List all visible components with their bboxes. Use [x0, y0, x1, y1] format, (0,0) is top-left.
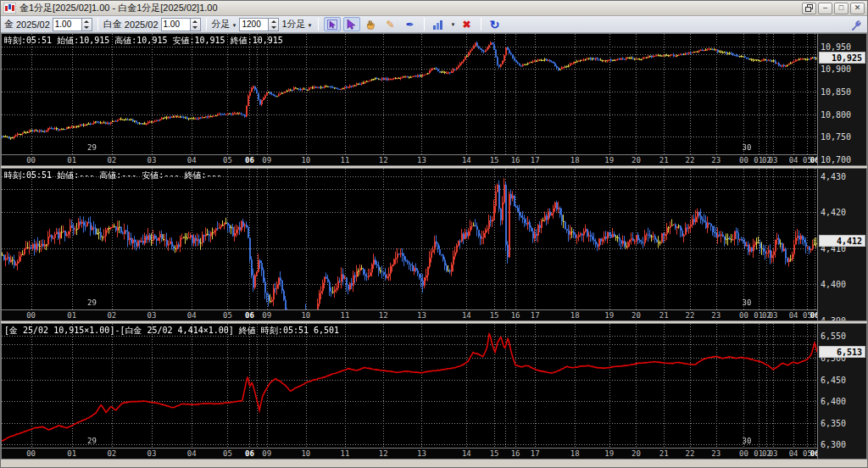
time-tick-label: 02: [107, 155, 116, 166]
time-tick-label: 04: [187, 448, 197, 460]
time-tick-label: 22: [686, 310, 695, 321]
layered-windows-button[interactable]: [802, 3, 816, 14]
time-tick-label: 05: [223, 448, 232, 460]
timeframe-dropdown[interactable]: 分足▼: [212, 18, 237, 31]
title-bar[interactable]: 金1分足[2025/02]1.00 - 白金1分足[2025/02]1.00 –…: [1, 1, 867, 16]
price-scale-label: 10,700: [821, 155, 851, 164]
price-scale-label: 10,850: [821, 87, 851, 97]
gold-multiplier-stepper[interactable]: [81, 18, 92, 31]
select-region-icon[interactable]: [324, 17, 341, 31]
time-tick-label: 10: [301, 310, 310, 321]
current-price-badge: 6,513: [819, 346, 865, 358]
platinum-symbol-label: 白金: [103, 18, 122, 31]
time-tick-label: 17: [531, 310, 540, 321]
annotate-pen-icon[interactable]: ✒: [402, 17, 419, 31]
time-tick-label: 14: [462, 310, 471, 321]
time-tick-label: 05: [223, 310, 232, 321]
date-label: 29: [87, 437, 97, 445]
time-tick-label: 13: [417, 448, 426, 460]
chart-type-icon[interactable]: [430, 17, 447, 31]
time-tick-label: 19: [604, 310, 614, 321]
clear-drawings-icon[interactable]: ✖: [459, 17, 476, 31]
gold-multiplier-input[interactable]: [53, 18, 81, 31]
price-scale-label: 6,550: [821, 332, 846, 341]
time-tick-label: 04: [789, 155, 798, 166]
gold-time-axis: 0001020304050609101112131415161718192021…: [1, 155, 818, 166]
time-tick-label: 01: [67, 448, 76, 460]
minimize-button[interactable]: –: [818, 3, 832, 14]
time-tick-label: 18: [570, 310, 580, 321]
platinum-plot-area[interactable]: 時刻:05:51 始値:--- 高値:--- 安値:--- 終値:--- 293…: [1, 168, 818, 310]
time-tick-label: 01: [67, 155, 76, 166]
spread-plot-area[interactable]: [金 25/02 10,915×1.00]-[白金 25/02 4,414×1.…: [1, 323, 818, 448]
price-scale-label: 10,950: [821, 42, 851, 52]
time-tick-label: 04: [789, 448, 798, 460]
pencil-icon[interactable]: ✎: [382, 17, 399, 31]
time-tick-label: 06: [810, 155, 818, 166]
time-tick-label: 15: [490, 310, 499, 321]
toolbar-separator: [97, 18, 98, 31]
time-tick-label: 18: [570, 155, 580, 166]
price-scale-label: 10,750: [821, 132, 851, 142]
time-tick-label: 10: [301, 155, 310, 166]
close-button[interactable]: ✕: [850, 3, 865, 14]
time-tick-label: 06: [245, 310, 254, 321]
toolbar-separator: [206, 18, 207, 31]
time-tick-label: 14: [462, 448, 471, 460]
time-tick-label: 20: [632, 310, 641, 321]
time-tick-label: 18: [570, 448, 580, 460]
time-tick-label: 05: [223, 155, 232, 166]
time-tick-label: 06: [810, 310, 818, 321]
toolbar: 金 2025/02 白金 2025/02 分足▼ 1分足▼ ✎ ✒: [1, 16, 867, 33]
chevron-down-icon: ▼: [232, 23, 237, 28]
gold-candlestick-canvas[interactable]: [2, 34, 817, 154]
time-tick-label: 12: [379, 448, 388, 460]
pointer-icon[interactable]: [343, 17, 360, 31]
price-scale-label: 10,900: [821, 64, 851, 74]
time-tick-label: 03: [147, 448, 157, 460]
time-tick-label: 22: [686, 155, 695, 166]
time-tick-label: 23: [711, 448, 721, 460]
platinum-multiplier-input[interactable]: [161, 18, 190, 31]
time-tick-label: 16: [511, 448, 520, 460]
time-tick-label: 21: [659, 155, 669, 166]
time-tick-label: 15: [490, 448, 499, 460]
time-tick-label: 21: [659, 448, 669, 460]
spread-line-canvas[interactable]: [2, 324, 817, 448]
refresh-icon[interactable]: ↻: [487, 17, 504, 31]
app-candlestick-icon: [3, 3, 16, 14]
interval-dropdown[interactable]: 1分足▼: [281, 18, 312, 31]
time-tick-label: 00: [26, 155, 36, 166]
platinum-multiplier-stepper[interactable]: [190, 18, 201, 31]
time-tick-label: 17: [531, 155, 540, 166]
platinum-chart-panel: 時刻:05:51 始値:--- 高値:--- 安値:--- 終値:--- 293…: [1, 168, 867, 321]
time-tick-label: 01: [67, 310, 76, 321]
pan-hand-icon[interactable]: [363, 17, 380, 31]
platinum-time-axis: 0001020304050609101112131415161718192021…: [1, 310, 818, 321]
maximize-button[interactable]: □: [834, 3, 849, 14]
time-tick-label: 03: [147, 310, 157, 321]
time-tick-label: 04: [187, 155, 197, 166]
bar-count-input[interactable]: [239, 18, 268, 31]
price-scale-label: 4,430: [821, 172, 846, 181]
time-tick-label: 09: [262, 448, 271, 460]
toolbar-separator: [424, 18, 425, 31]
settings-wrench-icon[interactable]: [847, 17, 864, 31]
platinum-contract-month: 2025/02: [125, 20, 159, 30]
time-tick-label: 09: [262, 155, 271, 166]
toolbar-separator: [318, 18, 319, 31]
time-tick-label: 09: [262, 310, 271, 321]
gold-symbol-label: 金: [4, 18, 14, 31]
time-tick-label: 04: [789, 310, 798, 321]
spread-formula-readout: [金 25/02 10,915×1.00]-[白金 25/02 4,414×1.…: [4, 325, 339, 337]
platinum-candlestick-canvas[interactable]: [2, 169, 817, 309]
date-label: 30: [742, 437, 751, 445]
time-tick-label: 20: [632, 155, 641, 166]
chevron-down-icon[interactable]: ▼: [451, 22, 456, 27]
platinum-ohlc-readout: 時刻:05:51 始値:--- 高値:--- 安値:--- 終値:---: [4, 170, 222, 181]
current-price-badge: 10,925: [819, 52, 865, 64]
bar-count-stepper[interactable]: [268, 18, 279, 31]
gold-plot-area[interactable]: 時刻:05:51 始値:10,915 高値:10,915 安値:10,915 終…: [1, 33, 818, 155]
time-tick-label: 03: [769, 310, 778, 321]
date-label: 29: [87, 298, 97, 307]
